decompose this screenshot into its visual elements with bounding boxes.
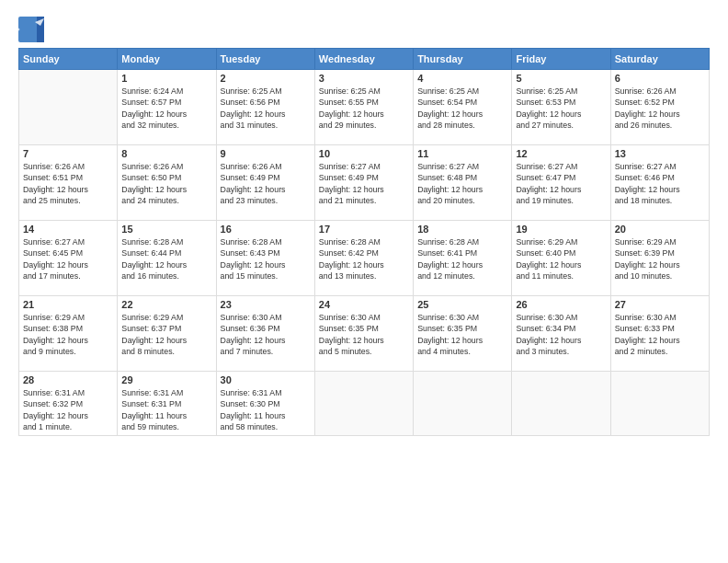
day-number: 9 bbox=[221, 148, 311, 159]
day-info: Sunrise: 6:26 AM Sunset: 6:51 PM Dayligh… bbox=[23, 161, 113, 206]
day-info: Sunrise: 6:27 AM Sunset: 6:49 PM Dayligh… bbox=[319, 161, 409, 206]
calendar-cell: 20Sunrise: 6:29 AM Sunset: 6:39 PM Dayli… bbox=[610, 221, 709, 296]
logo-icon bbox=[18, 17, 44, 42]
day-number: 5 bbox=[516, 73, 606, 84]
day-number: 14 bbox=[23, 224, 113, 235]
day-info: Sunrise: 6:31 AM Sunset: 6:30 PM Dayligh… bbox=[221, 387, 311, 432]
calendar-cell: 1Sunrise: 6:24 AM Sunset: 6:57 PM Daylig… bbox=[118, 70, 216, 145]
day-number: 20 bbox=[615, 224, 705, 235]
calendar-cell: 3Sunrise: 6:25 AM Sunset: 6:55 PM Daylig… bbox=[314, 70, 413, 145]
calendar-header-thursday: Thursday bbox=[414, 49, 512, 70]
calendar-cell: 24Sunrise: 6:30 AM Sunset: 6:35 PM Dayli… bbox=[314, 296, 413, 372]
day-number: 15 bbox=[121, 224, 211, 235]
calendar-cell: 12Sunrise: 6:27 AM Sunset: 6:47 PM Dayli… bbox=[512, 145, 610, 221]
day-number: 24 bbox=[319, 299, 409, 310]
calendar: SundayMondayTuesdayWednesdayThursdayFrid… bbox=[18, 48, 710, 436]
calendar-header-monday: Monday bbox=[118, 49, 216, 70]
calendar-cell: 10Sunrise: 6:27 AM Sunset: 6:49 PM Dayli… bbox=[314, 145, 413, 221]
calendar-header-saturday: Saturday bbox=[610, 49, 709, 70]
day-info: Sunrise: 6:30 AM Sunset: 6:36 PM Dayligh… bbox=[221, 312, 311, 357]
calendar-week-row: 28Sunrise: 6:31 AM Sunset: 6:32 PM Dayli… bbox=[19, 372, 710, 436]
day-info: Sunrise: 6:30 AM Sunset: 6:35 PM Dayligh… bbox=[319, 312, 409, 357]
day-info: Sunrise: 6:25 AM Sunset: 6:54 PM Dayligh… bbox=[417, 86, 507, 131]
day-info: Sunrise: 6:29 AM Sunset: 6:40 PM Dayligh… bbox=[516, 236, 606, 282]
day-number: 3 bbox=[319, 73, 409, 84]
day-number: 29 bbox=[121, 374, 211, 385]
day-number: 21 bbox=[23, 299, 113, 310]
calendar-week-row: 14Sunrise: 6:27 AM Sunset: 6:45 PM Dayli… bbox=[19, 221, 710, 296]
calendar-cell: 19Sunrise: 6:29 AM Sunset: 6:40 PM Dayli… bbox=[512, 221, 610, 296]
header bbox=[18, 17, 710, 42]
calendar-cell: 8Sunrise: 6:26 AM Sunset: 6:50 PM Daylig… bbox=[118, 145, 216, 221]
calendar-cell: 5Sunrise: 6:25 AM Sunset: 6:53 PM Daylig… bbox=[512, 70, 610, 145]
calendar-cell: 15Sunrise: 6:28 AM Sunset: 6:44 PM Dayli… bbox=[118, 221, 216, 296]
calendar-cell bbox=[19, 70, 118, 145]
svg-marker-3 bbox=[37, 29, 44, 42]
calendar-cell: 18Sunrise: 6:28 AM Sunset: 6:41 PM Dayli… bbox=[414, 221, 512, 296]
calendar-cell: 26Sunrise: 6:30 AM Sunset: 6:34 PM Dayli… bbox=[512, 296, 610, 372]
day-info: Sunrise: 6:25 AM Sunset: 6:56 PM Dayligh… bbox=[221, 86, 311, 131]
calendar-header-friday: Friday bbox=[512, 49, 610, 70]
page: SundayMondayTuesdayWednesdayThursdayFrid… bbox=[0, 0, 728, 563]
day-number: 1 bbox=[121, 73, 211, 84]
calendar-cell: 22Sunrise: 6:29 AM Sunset: 6:37 PM Dayli… bbox=[118, 296, 216, 372]
calendar-cell: 28Sunrise: 6:31 AM Sunset: 6:32 PM Dayli… bbox=[19, 372, 118, 436]
day-number: 18 bbox=[417, 224, 507, 235]
day-info: Sunrise: 6:24 AM Sunset: 6:57 PM Dayligh… bbox=[121, 86, 211, 131]
calendar-cell: 29Sunrise: 6:31 AM Sunset: 6:31 PM Dayli… bbox=[118, 372, 216, 436]
day-number: 19 bbox=[516, 224, 606, 235]
calendar-cell: 25Sunrise: 6:30 AM Sunset: 6:35 PM Dayli… bbox=[414, 296, 512, 372]
day-info: Sunrise: 6:25 AM Sunset: 6:55 PM Dayligh… bbox=[319, 86, 409, 131]
day-info: Sunrise: 6:27 AM Sunset: 6:46 PM Dayligh… bbox=[615, 161, 705, 206]
calendar-cell bbox=[610, 372, 709, 436]
logo bbox=[18, 17, 48, 42]
calendar-week-row: 21Sunrise: 6:29 AM Sunset: 6:38 PM Dayli… bbox=[19, 296, 710, 372]
day-info: Sunrise: 6:28 AM Sunset: 6:43 PM Dayligh… bbox=[221, 236, 311, 282]
day-info: Sunrise: 6:30 AM Sunset: 6:35 PM Dayligh… bbox=[417, 312, 507, 357]
day-info: Sunrise: 6:29 AM Sunset: 6:37 PM Dayligh… bbox=[121, 312, 211, 357]
calendar-cell: 13Sunrise: 6:27 AM Sunset: 6:46 PM Dayli… bbox=[610, 145, 709, 221]
calendar-header-row: SundayMondayTuesdayWednesdayThursdayFrid… bbox=[19, 49, 710, 70]
day-info: Sunrise: 6:27 AM Sunset: 6:45 PM Dayligh… bbox=[23, 236, 113, 282]
day-info: Sunrise: 6:31 AM Sunset: 6:32 PM Dayligh… bbox=[23, 387, 113, 432]
calendar-cell: 9Sunrise: 6:26 AM Sunset: 6:49 PM Daylig… bbox=[216, 145, 314, 221]
day-number: 10 bbox=[319, 148, 409, 159]
day-info: Sunrise: 6:26 AM Sunset: 6:49 PM Dayligh… bbox=[221, 161, 311, 206]
calendar-cell: 2Sunrise: 6:25 AM Sunset: 6:56 PM Daylig… bbox=[216, 70, 314, 145]
calendar-cell: 6Sunrise: 6:26 AM Sunset: 6:52 PM Daylig… bbox=[610, 70, 709, 145]
day-number: 13 bbox=[615, 148, 705, 159]
day-number: 4 bbox=[417, 73, 507, 84]
calendar-cell: 21Sunrise: 6:29 AM Sunset: 6:38 PM Dayli… bbox=[19, 296, 118, 372]
calendar-cell bbox=[512, 372, 610, 436]
day-info: Sunrise: 6:26 AM Sunset: 6:52 PM Dayligh… bbox=[615, 86, 705, 131]
day-number: 30 bbox=[221, 374, 311, 385]
day-number: 2 bbox=[221, 73, 311, 84]
day-number: 23 bbox=[221, 299, 311, 310]
calendar-cell: 7Sunrise: 6:26 AM Sunset: 6:51 PM Daylig… bbox=[19, 145, 118, 221]
day-number: 12 bbox=[516, 148, 606, 159]
calendar-cell: 30Sunrise: 6:31 AM Sunset: 6:30 PM Dayli… bbox=[216, 372, 314, 436]
day-number: 26 bbox=[516, 299, 606, 310]
calendar-cell: 4Sunrise: 6:25 AM Sunset: 6:54 PM Daylig… bbox=[414, 70, 512, 145]
day-number: 8 bbox=[121, 148, 211, 159]
day-info: Sunrise: 6:29 AM Sunset: 6:39 PM Dayligh… bbox=[615, 236, 705, 282]
calendar-cell: 11Sunrise: 6:27 AM Sunset: 6:48 PM Dayli… bbox=[414, 145, 512, 221]
day-number: 28 bbox=[23, 374, 113, 385]
day-number: 7 bbox=[23, 148, 113, 159]
calendar-cell bbox=[414, 372, 512, 436]
day-number: 27 bbox=[615, 299, 705, 310]
day-number: 11 bbox=[417, 148, 507, 159]
day-info: Sunrise: 6:29 AM Sunset: 6:38 PM Dayligh… bbox=[23, 312, 113, 357]
calendar-week-row: 7Sunrise: 6:26 AM Sunset: 6:51 PM Daylig… bbox=[19, 145, 710, 221]
day-number: 22 bbox=[121, 299, 211, 310]
calendar-week-row: 1Sunrise: 6:24 AM Sunset: 6:57 PM Daylig… bbox=[19, 70, 710, 145]
calendar-cell bbox=[314, 372, 413, 436]
calendar-header-tuesday: Tuesday bbox=[216, 49, 314, 70]
day-info: Sunrise: 6:28 AM Sunset: 6:41 PM Dayligh… bbox=[417, 236, 507, 282]
calendar-header-sunday: Sunday bbox=[19, 49, 118, 70]
day-number: 16 bbox=[221, 224, 311, 235]
day-number: 25 bbox=[417, 299, 507, 310]
day-number: 17 bbox=[319, 224, 409, 235]
calendar-cell: 23Sunrise: 6:30 AM Sunset: 6:36 PM Dayli… bbox=[216, 296, 314, 372]
calendar-cell: 17Sunrise: 6:28 AM Sunset: 6:42 PM Dayli… bbox=[314, 221, 413, 296]
